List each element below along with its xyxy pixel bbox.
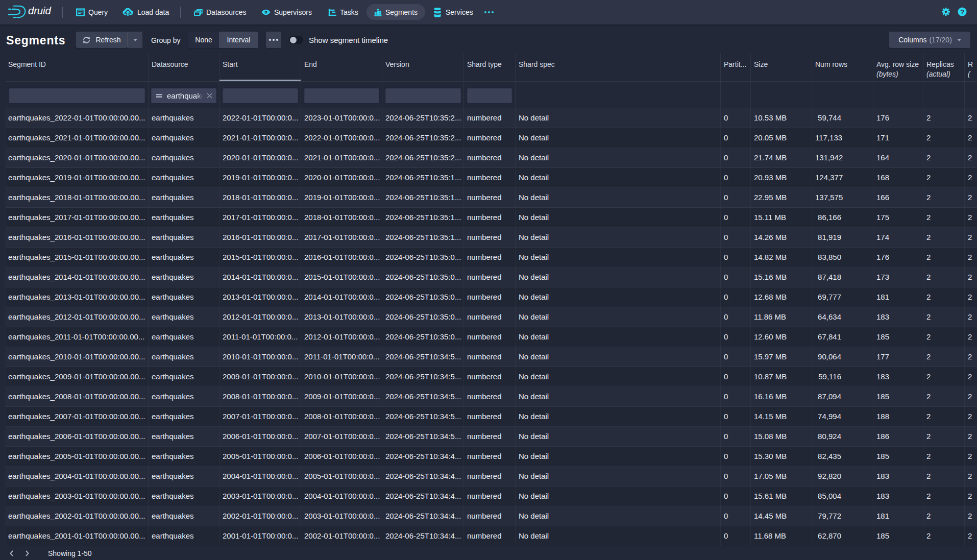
svg-text:?: ? bbox=[960, 8, 964, 16]
